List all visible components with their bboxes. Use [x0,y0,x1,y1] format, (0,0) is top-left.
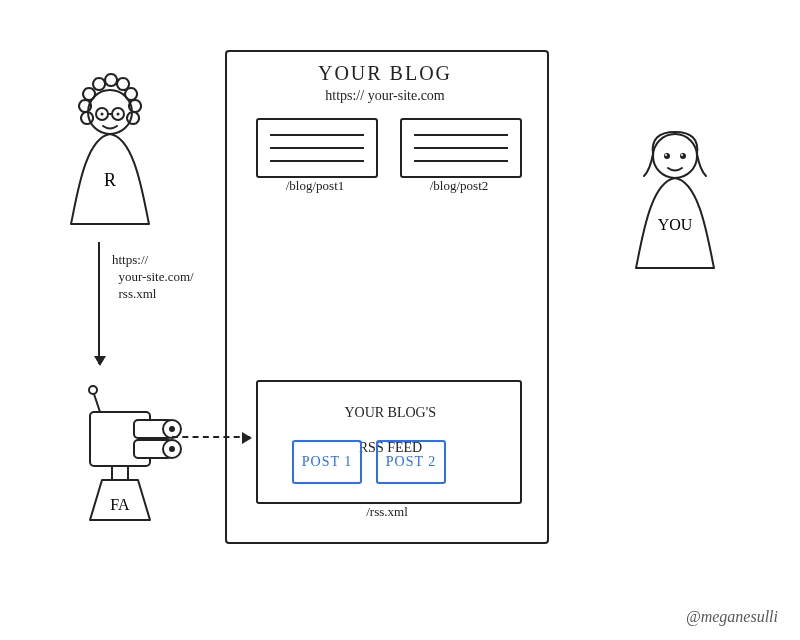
reader-initial: R [104,170,116,190]
svg-point-13 [169,426,175,432]
svg-point-9 [89,386,97,394]
arrow-reader-to-aggregator [98,242,100,364]
rss-feed-item: POST 1 [292,440,362,484]
feed-aggregator-robot: FA [60,370,180,530]
svg-line-8 [94,394,100,412]
svg-point-19 [665,154,667,156]
svg-point-15 [169,446,175,452]
svg-point-20 [681,154,683,156]
robot-label: FA [110,496,130,513]
blog-title: YOUR BLOG [225,62,545,85]
svg-rect-6 [112,466,128,480]
you-label: YOU [658,216,693,233]
blog-post-card [256,118,378,178]
rss-feed-path: /rss.xml [256,504,518,520]
svg-point-5 [117,113,120,116]
you-figure: YOU [620,120,730,280]
blog-post-path: /blog/post1 [256,178,374,194]
svg-point-4 [101,113,104,116]
blog-post-path: /blog/post2 [400,178,518,194]
arrow-robot-to-rss [172,436,250,438]
rss-feed-item: POST 2 [376,440,446,484]
blog-url: https:// your-site.com [225,88,545,104]
svg-point-18 [680,153,686,159]
author-credit: @meganesulli [686,608,778,626]
arrow-label-rss-url: https:// your-site.com/ rss.xml [112,252,232,303]
reader-figure: R [55,76,165,236]
blog-post-card [400,118,522,178]
svg-point-17 [664,153,670,159]
